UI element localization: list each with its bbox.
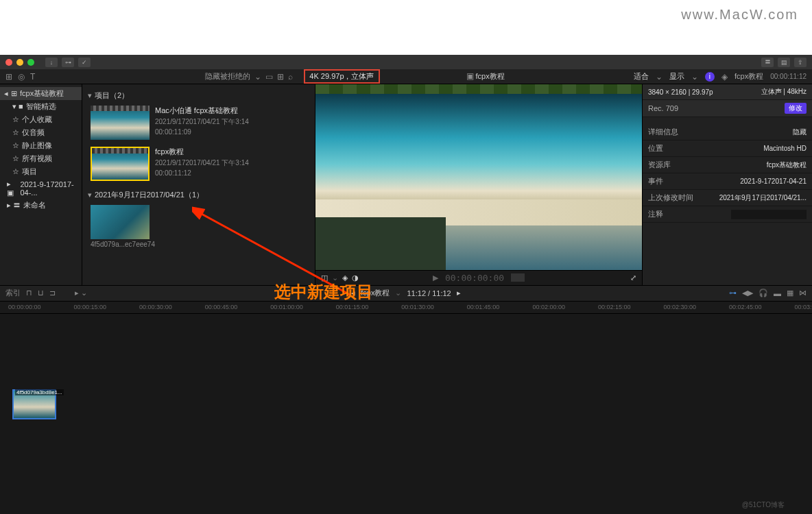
project-icon: ▣ bbox=[466, 71, 474, 81]
viewer-timecode: 00:00:00:00 bbox=[445, 273, 504, 283]
index-button[interactable]: 索引 bbox=[5, 288, 21, 298]
viewer-project-name: fcpx教程 bbox=[476, 72, 505, 80]
modified-label: 上次修改时间 bbox=[648, 193, 693, 203]
library-sidebar: ◂ ⊞ fcpx基础教程 ▾ ■智能精选 ☆个人收藏 ☆仅音频 ☆静止图像 ☆所… bbox=[0, 84, 82, 285]
project-title-1: Mac小伯通 fcpx基础教程 bbox=[155, 106, 249, 116]
insert-clip-icon[interactable]: ⊔ bbox=[38, 289, 44, 297]
timeline-clip-label: 4f5d079a3bd8e1... bbox=[15, 389, 64, 395]
filter-dropdown[interactable]: 隐藏被拒绝的 bbox=[205, 71, 250, 82]
inspector-clip-name: fcpx教程 bbox=[735, 71, 763, 82]
project-row-2[interactable]: fcpx教程 2021/9/172017/04/21 下午3:14 00:00:… bbox=[91, 147, 309, 181]
grid-icon[interactable]: 〓 bbox=[761, 58, 774, 67]
snap-icon[interactable]: ▬ bbox=[774, 289, 781, 297]
project-thumbnail-1[interactable] bbox=[91, 106, 150, 140]
ruler-mark: 00:02:30:00 bbox=[663, 304, 696, 310]
play-button[interactable]: ▶ bbox=[433, 273, 438, 282]
list-icon[interactable]: ▤ bbox=[778, 58, 790, 67]
dropdown-icon[interactable]: ⌄ bbox=[254, 72, 261, 82]
grid-view-icon[interactable]: ⊞ bbox=[277, 72, 284, 82]
event-label: 事件 bbox=[648, 176, 663, 186]
sidebar-item-projects[interactable]: ☆项目 bbox=[0, 165, 82, 178]
clip-browser: ▾ 项目（2） Mac小伯通 fcpx基础教程 2021/9/172017/04… bbox=[82, 84, 315, 285]
timeline-toolbar: 索引 ⊓ ⊔ ⊐ ▸ ⌄ ◂ fcpx教程 ⌄ 11:12 / 11:12 ▸ … bbox=[0, 285, 812, 302]
format-info: 4K 29.97p，立体声 bbox=[304, 69, 379, 84]
clip-filename: 4f5d079a...ec7eee74 bbox=[91, 241, 309, 248]
keyword-button[interactable]: ⊶ bbox=[62, 58, 74, 67]
sidebar-item-audio[interactable]: ☆仅音频 bbox=[0, 126, 82, 139]
titles-icon[interactable]: T bbox=[30, 72, 35, 82]
timeline-area[interactable]: 4f5d079a3bd8e1... @51CTO博客 bbox=[0, 314, 812, 515]
sidebar-item-stills[interactable]: ☆静止图像 bbox=[0, 139, 82, 152]
transitions-icon[interactable]: ⋈ bbox=[799, 289, 807, 297]
library-header[interactable]: ◂ ⊞ fcpx基础教程 bbox=[0, 87, 82, 100]
notes-input[interactable] bbox=[731, 210, 807, 219]
fullscreen-button[interactable]: ⤢ bbox=[630, 273, 636, 282]
ruler-mark: 00:02:15:00 bbox=[598, 304, 631, 310]
photos-icon[interactable]: ◎ bbox=[18, 72, 25, 82]
connect-clip-icon[interactable]: ⊓ bbox=[26, 289, 32, 297]
display-dropdown[interactable]: 显示 bbox=[669, 71, 684, 82]
info-inspector-button[interactable]: i bbox=[705, 72, 715, 82]
select-tool[interactable]: ▸ ⌄ bbox=[75, 289, 87, 297]
ruler-mark: 00:00:15:00 bbox=[74, 304, 107, 310]
skimming-icon[interactable]: ⊶ bbox=[729, 289, 737, 297]
traffic-lights bbox=[5, 59, 34, 66]
ruler-mark: 00:01:30:00 bbox=[401, 304, 434, 310]
render-button[interactable]: ✓ bbox=[78, 58, 91, 67]
group-projects[interactable]: ▾ 项目（2） bbox=[88, 88, 309, 103]
location-label: 位置 bbox=[648, 143, 663, 154]
video-inspector-icon[interactable]: ◈ bbox=[721, 72, 728, 82]
sidebar-item-favorites[interactable]: ☆个人收藏 bbox=[0, 113, 82, 126]
share-button[interactable]: ⇪ bbox=[794, 58, 807, 67]
viewer-canvas[interactable] bbox=[315, 94, 642, 270]
import-button[interactable]: ↓ bbox=[45, 58, 58, 67]
project-dur-2: 00:00:11:12 bbox=[155, 169, 249, 177]
timeline-ruler[interactable]: 00:00:00:00 00:00:15:00 00:00:30:00 00:0… bbox=[0, 302, 812, 314]
ruler-mark: 00:02:45:00 bbox=[729, 304, 762, 310]
audio-skim-icon[interactable]: ◀▶ bbox=[742, 289, 753, 297]
solo-icon[interactable]: 🎧 bbox=[759, 289, 768, 297]
sidebar-item-smart[interactable]: ▾ ■智能精选 bbox=[0, 100, 82, 113]
library-value: fcpx基础教程 bbox=[767, 160, 807, 170]
modify-button[interactable]: 修改 bbox=[785, 103, 807, 114]
watermark: www.MacW.com bbox=[681, 7, 798, 23]
ruler-mark: 00:00:00:00 bbox=[8, 304, 41, 310]
sidebar-item-video[interactable]: ☆所有视频 bbox=[0, 152, 82, 165]
group-date[interactable]: ▾ 2021年9月17日2017/04/21（1） bbox=[88, 188, 309, 202]
sidebar-item-event1[interactable]: ▸ ▣2021-9-172017-04-... bbox=[0, 178, 82, 199]
inspector-panel: 3840 × 2160 | 29.97p 立体声 | 48kHz Rec. 70… bbox=[642, 84, 812, 285]
library-name: fcpx基础教程 bbox=[20, 88, 64, 99]
project-dur-1: 00:00:11:09 bbox=[155, 128, 249, 136]
close-window-button[interactable] bbox=[5, 59, 12, 66]
application-window: ↓ ⊶ ✓ 〓 ▤ ⇪ ⊞ ◎ T 隐藏被拒绝的 ⌄ ▭ ⊞ ⌕ 4K 29.9… bbox=[0, 55, 812, 514]
audio-meter bbox=[511, 273, 525, 282]
skimmer-bar[interactable] bbox=[315, 84, 642, 94]
minimize-window-button[interactable] bbox=[16, 59, 23, 66]
hide-button[interactable]: 隐藏 bbox=[793, 127, 807, 137]
maximize-window-button[interactable] bbox=[27, 59, 34, 66]
effects-browser-icon[interactable]: ▦ bbox=[787, 289, 793, 297]
ruler-mark: 00:01:15:00 bbox=[336, 304, 369, 310]
clip-thumbnail[interactable] bbox=[91, 205, 150, 239]
timeline-clip[interactable]: 4f5d079a3bd8e1... bbox=[12, 389, 56, 419]
details-header: 详细信息 bbox=[648, 127, 678, 137]
search-icon[interactable]: ⌕ bbox=[288, 72, 293, 82]
ruler-mark: 00:00:45:00 bbox=[205, 304, 238, 310]
modified-value: 2021年9月17日2017/04/21... bbox=[719, 193, 807, 203]
clip-appearance-icon[interactable]: ▭ bbox=[265, 72, 273, 82]
footer-watermark: @51CTO博客 bbox=[742, 500, 785, 510]
fit-dropdown[interactable]: 适合 bbox=[634, 71, 649, 82]
append-clip-icon[interactable]: ⊐ bbox=[49, 289, 56, 297]
library-icon[interactable]: ⊞ bbox=[5, 72, 12, 82]
annotation-text: 选中新建项目 bbox=[274, 281, 373, 303]
project-thumbnail-2-selected[interactable] bbox=[91, 147, 150, 181]
ruler-mark: 00:01:00:00 bbox=[270, 304, 303, 310]
resolution-value: 3840 × 2160 | 29.97p bbox=[648, 88, 713, 96]
library-label: 资源库 bbox=[648, 160, 671, 170]
audio-format-value: 立体声 | 48kHz bbox=[761, 87, 807, 97]
timeline-fwd-icon[interactable]: ▸ bbox=[457, 289, 461, 297]
sidebar-item-unnamed[interactable]: ▸ 〓未命名 bbox=[0, 199, 82, 212]
timeline-position: 11:12 / 11:12 bbox=[407, 289, 451, 297]
project-row-1[interactable]: Mac小伯通 fcpx基础教程 2021/9/172017/04/21 下午3:… bbox=[91, 106, 309, 140]
inspector-timecode: 00:00:11:12 bbox=[770, 73, 807, 80]
